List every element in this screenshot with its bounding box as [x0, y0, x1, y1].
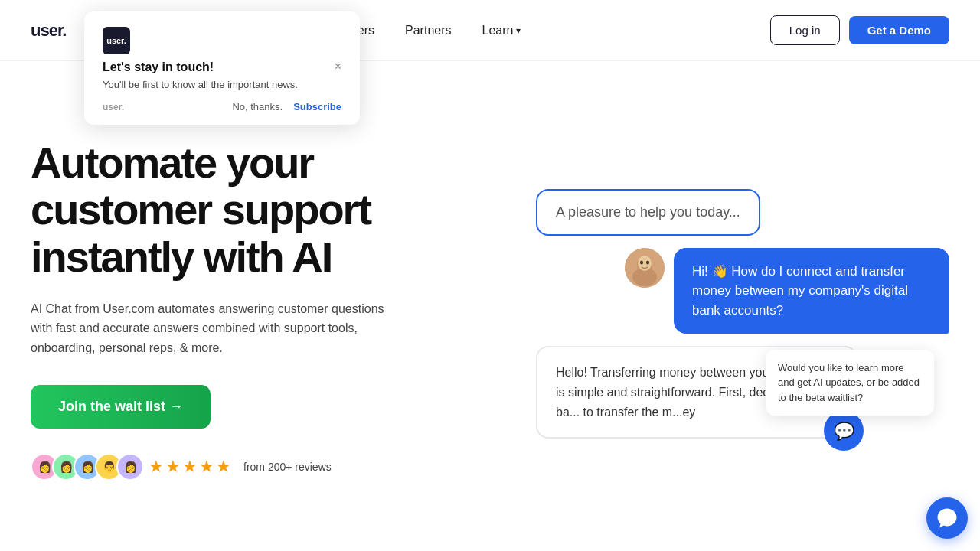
popup-logo-row: user. [103, 27, 341, 54]
popup-bottom: user. No, thanks. Subscribe [103, 101, 341, 112]
review-count: from 200+ reviews [243, 461, 332, 473]
nav-actions: Log in Get a Demo [770, 15, 949, 45]
svg-point-4 [640, 260, 643, 264]
no-thanks-button[interactable]: No, thanks. [232, 101, 283, 112]
popup-logo-icon: user. [103, 27, 130, 54]
main-content: Automate your customer support instantly… [0, 61, 980, 551]
chat-overlap-icon: 💬 [824, 411, 864, 451]
nav-learn[interactable]: Learn ▾ [482, 24, 521, 37]
hero-title: Automate your customer support instantly… [31, 139, 444, 281]
user-message-bubble: Hi! 👋 How do I connect and transfer mone… [674, 248, 949, 334]
avatar: 👩 [116, 453, 144, 481]
waitlist-button[interactable]: Join the wait list → [31, 385, 211, 429]
newsletter-popup: user. Let's stay in touch! × You'll be f… [84, 11, 360, 125]
tooltip-bubble: Would you like to learn more and get AI … [766, 350, 934, 416]
hero-left: Automate your customer support instantly… [31, 132, 444, 481]
popup-title: Let's stay in touch! [103, 60, 214, 74]
popup-header: Let's stay in touch! × [103, 60, 341, 74]
login-button[interactable]: Log in [770, 15, 840, 45]
hero-description: AI Chat from User.com automates answerin… [31, 299, 398, 358]
demo-button[interactable]: Get a Demo [849, 16, 949, 44]
popup-description: You'll be first to know all the importan… [103, 79, 341, 90]
ai-placeholder-bubble: A pleasure to help you today... [536, 189, 760, 236]
chat-widget-icon [936, 507, 959, 530]
chat-widget-button[interactable] [926, 497, 968, 539]
logo: user. [31, 21, 66, 41]
subscribe-button[interactable]: Subscribe [293, 101, 341, 112]
popup-actions: No, thanks. Subscribe [232, 101, 341, 112]
hero-right: A pleasure to help you today... Hi! 👋 Ho… [490, 174, 949, 439]
nav-partners[interactable]: Partners [405, 24, 451, 37]
reviews-row: 👩 👩 👩 👨 👩 ★★★★★ from 200+ reviews [31, 453, 444, 481]
chat-emoji-icon: 💬 [834, 418, 854, 445]
close-button[interactable]: × [335, 60, 341, 73]
svg-point-5 [646, 260, 649, 264]
chevron-down-icon: ▾ [516, 25, 521, 36]
stars: ★★★★★ [149, 457, 233, 477]
avatar-group: 👩 👩 👩 👨 👩 [31, 453, 138, 481]
user-avatar [625, 248, 665, 288]
popup-small-logo: user. [103, 102, 124, 112]
user-message-row: Hi! 👋 How do I connect and transfer mone… [625, 248, 949, 334]
